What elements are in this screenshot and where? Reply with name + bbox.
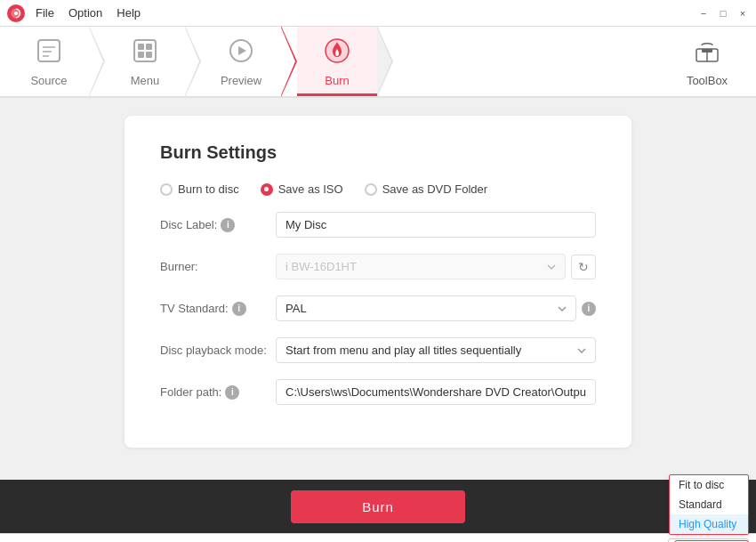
- menu-icon: [131, 36, 159, 70]
- svg-rect-7: [138, 44, 144, 50]
- app-icon: [7, 4, 25, 22]
- burner-control: i BW-16D1HT ↻: [276, 254, 596, 279]
- radio-save-as-dvd-folder-label: Save as DVD Folder: [382, 182, 488, 196]
- nav-arrow-3: [281, 27, 297, 96]
- disc-playback-label: Disc playback mode:: [160, 344, 276, 357]
- maximize-button[interactable]: □: [717, 7, 729, 20]
- nav-arrow-4: [377, 27, 393, 96]
- source-label: Source: [30, 74, 67, 87]
- radio-save-as-iso[interactable]: Save as ISO: [261, 182, 343, 196]
- main-content: Burn Settings Burn to disc Save as ISO S…: [0, 98, 756, 480]
- svg-rect-10: [146, 52, 152, 58]
- burn-bar: Burn: [0, 480, 756, 533]
- preview-icon: [227, 36, 255, 70]
- burner-refresh-button[interactable]: ↻: [571, 255, 596, 279]
- svg-rect-2: [38, 40, 60, 61]
- tv-standard-label: TV Standard: i: [160, 302, 276, 316]
- title-bar-left: File Option Help: [7, 4, 141, 22]
- disc-label-control: [276, 212, 596, 238]
- status-bar: 95M/4.30G DVD (4.7G) ▾ Fit to disc Stand…: [0, 533, 756, 542]
- nav-menu[interactable]: Menu: [105, 27, 185, 96]
- burn-settings-card: Burn Settings Burn to disc Save as ISO S…: [125, 116, 631, 448]
- tv-standard-select[interactable]: PAL NTSC: [276, 295, 576, 321]
- nav-burn[interactable]: Burn: [297, 27, 377, 96]
- radio-circle-save-as-iso: [261, 183, 273, 196]
- radio-burn-to-disc[interactable]: Burn to disc: [160, 182, 239, 196]
- tv-standard-control: PAL NTSC i: [276, 295, 596, 321]
- disc-playback-row: Disc playback mode: Start from menu and …: [160, 337, 596, 363]
- minimize-button[interactable]: −: [697, 7, 710, 20]
- menu-file[interactable]: File: [36, 6, 54, 20]
- radio-burn-to-disc-label: Burn to disc: [178, 182, 239, 196]
- folder-path-control: [276, 379, 596, 405]
- burn-options-row: Burn to disc Save as ISO Save as DVD Fol…: [160, 182, 596, 196]
- burner-select-row: i BW-16D1HT ↻: [276, 254, 596, 279]
- svg-rect-6: [134, 40, 156, 61]
- svg-rect-8: [146, 44, 152, 50]
- disc-label-input[interactable]: [276, 212, 596, 238]
- tv-standard-info-right-icon[interactable]: i: [582, 302, 596, 316]
- toolbox-label: ToolBox: [687, 74, 728, 87]
- quality-option-high-quality[interactable]: High Quality: [670, 514, 748, 534]
- tv-standard-select-row: PAL NTSC i: [276, 295, 596, 321]
- burn-options-group: Burn to disc Save as ISO Save as DVD Fol…: [160, 182, 487, 196]
- quality-dropdown: Fit to disc Standard High Quality: [669, 474, 749, 535]
- tv-standard-info-icon[interactable]: i: [232, 302, 246, 316]
- nav-toolbox[interactable]: ToolBox: [667, 27, 747, 96]
- folder-path-row: Folder path: i: [160, 379, 596, 405]
- nav-source[interactable]: Source: [9, 27, 89, 96]
- radio-circle-burn-to-disc: [160, 183, 173, 196]
- radio-circle-save-as-dvd-folder: [365, 183, 377, 196]
- burner-row: Burner: i BW-16D1HT ↻: [160, 254, 596, 279]
- folder-path-info-icon[interactable]: i: [225, 385, 239, 400]
- disc-label-info-icon[interactable]: i: [221, 218, 235, 232]
- folder-path-label: Folder path: i: [160, 385, 276, 400]
- disc-label-label: Disc Label: i: [160, 218, 276, 232]
- radio-save-as-dvd-folder[interactable]: Save as DVD Folder: [365, 182, 488, 196]
- nav-bar: Source Menu: [0, 27, 756, 98]
- menu-label: Menu: [131, 74, 160, 87]
- close-button[interactable]: ×: [736, 7, 749, 20]
- nav-arrow-2: [185, 27, 201, 96]
- nav-spacer: [393, 27, 667, 96]
- burner-label: Burner:: [160, 260, 276, 273]
- svg-marker-12: [238, 46, 246, 55]
- folder-path-input[interactable]: [276, 379, 596, 405]
- menu-option[interactable]: Option: [68, 6, 102, 20]
- burner-select[interactable]: i BW-16D1HT: [276, 254, 566, 279]
- nav-preview[interactable]: Preview: [201, 27, 281, 96]
- burn-button[interactable]: Burn: [291, 490, 465, 523]
- nav-arrow-1: [89, 27, 105, 96]
- card-title: Burn Settings: [160, 142, 596, 163]
- disc-playback-select[interactable]: Start from menu and play all titles sequ…: [276, 337, 596, 363]
- svg-point-1: [14, 11, 18, 14]
- tv-standard-row: TV Standard: i PAL NTSC i: [160, 295, 596, 321]
- disc-label-row: Disc Label: i: [160, 212, 596, 238]
- burn-label: Burn: [325, 74, 349, 87]
- menu-bar: File Option Help: [36, 6, 141, 20]
- window-controls: − □ ×: [697, 7, 749, 20]
- quality-option-standard[interactable]: Standard: [670, 495, 748, 514]
- disc-playback-control: Start from menu and play all titles sequ…: [276, 337, 596, 363]
- svg-rect-9: [138, 52, 144, 58]
- toolbox-icon: [693, 36, 721, 70]
- source-icon: [35, 36, 63, 70]
- preview-label: Preview: [221, 74, 261, 87]
- menu-help[interactable]: Help: [117, 6, 141, 20]
- burn-icon: [323, 36, 351, 70]
- title-bar: File Option Help − □ ×: [0, 0, 756, 27]
- radio-save-as-iso-label: Save as ISO: [278, 182, 343, 196]
- quality-option-fit-to-disc[interactable]: Fit to disc: [670, 475, 748, 495]
